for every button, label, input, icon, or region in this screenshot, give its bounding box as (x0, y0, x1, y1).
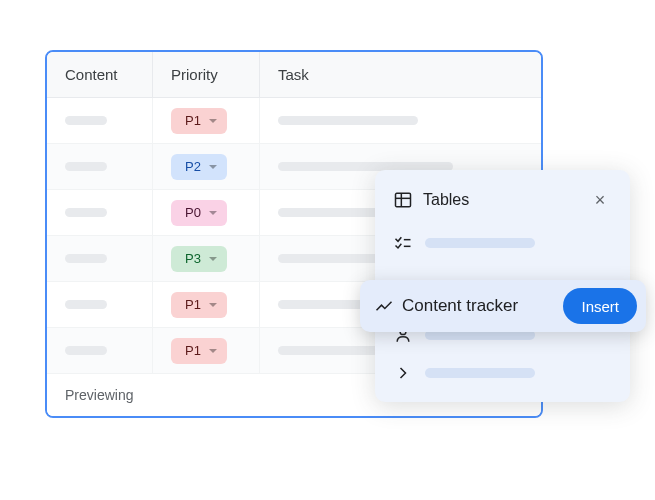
cell-priority: P0 (152, 190, 260, 235)
cell-priority: P1 (152, 98, 260, 143)
priority-label: P1 (185, 113, 201, 128)
placeholder (65, 162, 107, 171)
priority-chip[interactable]: P0 (171, 200, 227, 226)
placeholder (425, 238, 535, 248)
table-icon (393, 190, 413, 210)
cell-content (47, 154, 152, 179)
chevron-down-icon (209, 119, 217, 123)
column-header-priority[interactable]: Priority (152, 52, 260, 97)
cell-task (260, 108, 541, 133)
panel-item-content-tracker[interactable]: Content tracker Insert (360, 280, 646, 332)
chevron-right-icon (393, 363, 413, 383)
panel-item-label: Content tracker (402, 296, 555, 316)
priority-label: P0 (185, 205, 201, 220)
table-row[interactable]: P1 (47, 98, 541, 144)
priority-chip[interactable]: P2 (171, 154, 227, 180)
priority-chip[interactable]: P1 (171, 338, 227, 364)
table-header: Content Priority Task (47, 52, 541, 98)
cell-content (47, 108, 152, 133)
cell-priority: P3 (152, 236, 260, 281)
cell-priority: P2 (152, 144, 260, 189)
priority-chip[interactable]: P1 (171, 108, 227, 134)
priority-label: P1 (185, 343, 201, 358)
placeholder (65, 116, 107, 125)
priority-label: P2 (185, 159, 201, 174)
panel-title: Tables (423, 191, 578, 209)
chevron-down-icon (209, 303, 217, 307)
panel-item-checklist[interactable] (375, 224, 630, 262)
priority-chip[interactable]: P1 (171, 292, 227, 318)
checklist-icon (393, 233, 413, 253)
placeholder (65, 300, 107, 309)
cell-content (47, 338, 152, 363)
cell-content (47, 292, 152, 317)
chevron-down-icon (209, 211, 217, 215)
column-header-content[interactable]: Content (47, 52, 152, 97)
chevron-down-icon (209, 257, 217, 261)
insert-button[interactable]: Insert (563, 288, 637, 324)
priority-label: P3 (185, 251, 201, 266)
panel-item-more[interactable] (375, 354, 630, 392)
placeholder (65, 208, 107, 217)
cell-priority: P1 (152, 328, 260, 373)
placeholder (65, 254, 107, 263)
placeholder (278, 116, 418, 125)
chevron-down-icon (209, 349, 217, 353)
cell-priority: P1 (152, 282, 260, 327)
placeholder (65, 346, 107, 355)
trend-icon (374, 296, 394, 316)
chevron-down-icon (209, 165, 217, 169)
priority-chip[interactable]: P3 (171, 246, 227, 272)
priority-label: P1 (185, 297, 201, 312)
placeholder (425, 368, 535, 378)
column-header-task[interactable]: Task (260, 52, 541, 97)
svg-rect-0 (396, 193, 411, 206)
panel-header: Tables × (375, 184, 630, 224)
close-icon[interactable]: × (588, 188, 612, 212)
cell-content (47, 200, 152, 225)
cell-content (47, 246, 152, 271)
